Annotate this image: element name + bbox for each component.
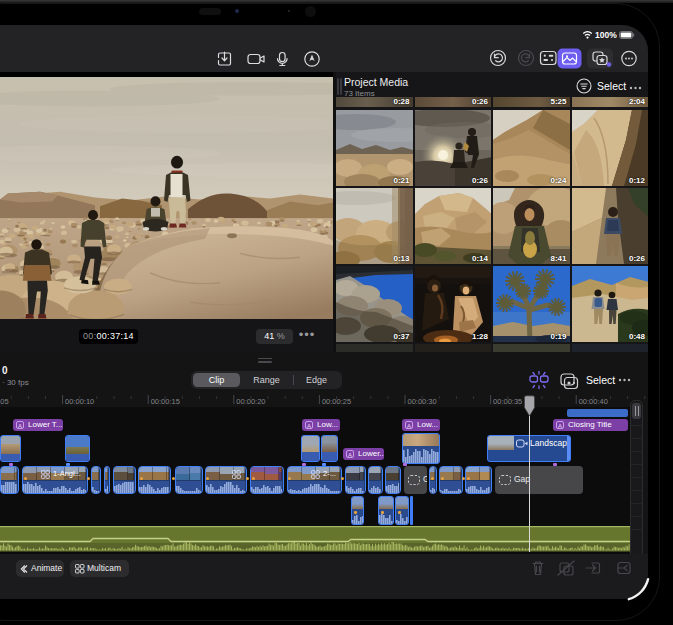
svg-text:Select: Select (597, 80, 626, 92)
svg-text:00:00:05: 00:00:05 (0, 397, 9, 406)
svg-text:100%: 100% (595, 30, 617, 40)
svg-text:Select: Select (586, 374, 615, 386)
